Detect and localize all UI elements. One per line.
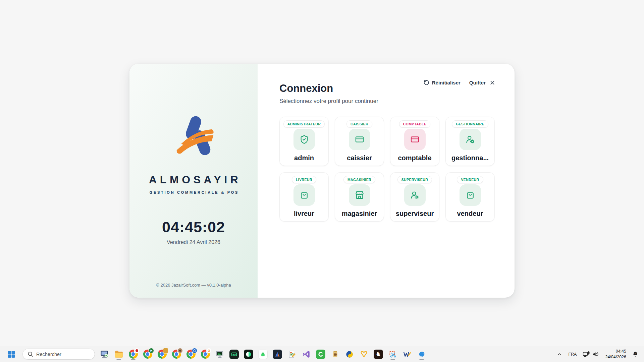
profile-role-badge: SUPERVISEUR [397,176,432,183]
snipping-tool-icon[interactable] [386,348,399,361]
reset-label: Réinitialiser [432,80,461,85]
profile-card-livreur[interactable]: LIVREURlivreur [279,172,329,222]
svg-text:z: z [635,352,636,354]
chrome-profile-badge [178,348,182,353]
profile-card-admin[interactable]: ADMINISTRATEURadmin [279,117,329,166]
profile-grid: ADMINISTRATEURadminCAISSIERcaissierCOMPT… [279,117,495,222]
windows-logo-icon [7,350,15,358]
user-gear-icon [460,129,481,150]
contrast-app-icon[interactable] [242,348,255,361]
search-icon [28,351,33,357]
tray-time: 04:45 [605,349,626,354]
profile-role-badge: CAISSIER [346,120,372,128]
profile-name: superviseur [396,210,434,218]
chrome-profile-3-icon[interactable] [155,348,169,361]
profile-role-badge: LIVREUR [292,176,316,183]
profile-card-superviseur[interactable]: SUPERVISEURsuperviseur [390,172,439,222]
clock: 04:45:02 [162,219,225,236]
page-title: Connexion [279,64,495,95]
chrome-profile-badge [135,348,139,353]
user-gear-icon [404,184,426,206]
store-icon [349,184,370,206]
header-actions: Réinitialiser Quitter [424,80,495,85]
tray-network-and-volume[interactable] [580,348,601,361]
taskbar: ♞ FRA [0,346,644,362]
profile-card-vendeur[interactable]: VENDEURvendeur [445,172,495,222]
tray-chevron-up-icon[interactable] [554,348,565,361]
running-indicator [131,359,136,360]
shield-check-icon [293,129,315,150]
profile-name: gestionna... [451,154,489,162]
profile-role-badge: GESTIONNAIRE [452,120,488,128]
tray-clock[interactable]: 04:45 24/04/2026 [603,348,629,361]
profile-name: caissier [347,154,372,162]
credit-card-icon [404,129,426,150]
close-icon[interactable] [490,80,495,85]
profile-name: admin [294,154,314,162]
mascot-app-icon[interactable] [256,348,270,361]
search-input[interactable] [36,352,87,357]
chrome-profile-1-icon[interactable] [126,348,140,361]
chrome-profile-4-icon[interactable] [170,348,183,361]
app-window: ALMOSAYIR GESTION COMMERCIALE & POS 04:4… [129,64,515,298]
elephant-app-icon[interactable] [415,348,428,361]
quit-button[interactable]: Quitter [469,80,495,85]
copyright: © 2026 JazairSoft.com — v0.1.0-alpha [156,283,231,288]
w-pencil-app-icon[interactable] [400,348,414,361]
profile-name: magasinier [342,210,377,218]
pc-status-icon[interactable] [98,348,111,361]
chrome-profile-6-icon[interactable] [199,348,212,361]
shopping-bag-icon [460,184,481,206]
reset-button[interactable]: Réinitialiser [424,80,461,85]
profile-card-gestionna[interactable]: GESTIONNAIREgestionna... [445,117,495,166]
chess-app-icon[interactable]: ♞ [372,348,385,361]
profile-role-badge: VENDEUR [457,176,483,183]
chrome-profile-badge [149,348,154,353]
system-tray: FRA 04:45 24/04/2026 [554,348,641,361]
start-button[interactable] [5,348,18,361]
page-subtitle: Sélectionnez votre profil pour continuer [279,98,495,105]
profile-role-badge: MAGASINIER [343,176,375,183]
date-label: Vendredi 24 Avril 2026 [167,239,220,245]
right-panel: Réinitialiser Quitter Connexion Sélectio… [258,64,515,298]
shopping-bag-icon [293,184,315,206]
network-icon [583,351,590,357]
almosayir-logo-icon [172,114,215,158]
swirl-app-icon[interactable] [343,348,356,361]
cassette-app-icon[interactable] [227,348,241,361]
chrome-profile-2-icon[interactable] [141,348,154,361]
profile-role-badge: COMPTABLE [399,120,430,128]
chrome-profile-badge [207,348,211,353]
left-panel: ALMOSAYIR GESTION COMMERCIALE & POS 04:4… [129,64,258,298]
jar-app-icon[interactable] [328,348,342,361]
v-app-icon[interactable] [357,348,371,361]
camtasia-icon[interactable] [314,348,327,361]
brand-tagline: GESTION COMMERCIALE & POS [148,190,239,194]
taskbar-search[interactable] [22,349,95,360]
profile-name: comptable [398,154,431,162]
profile-card-caissier[interactable]: CAISSIERcaissier [335,117,384,166]
volume-icon [593,352,599,357]
notification-bell-icon[interactable]: z [630,348,641,361]
profile-name: livreur [294,210,314,218]
tray-date: 24/04/2026 [605,354,626,360]
credit-card-icon [349,129,370,150]
visual-studio-icon[interactable] [300,348,313,361]
terminal-monitor-icon[interactable] [213,348,226,361]
running-indicator [419,359,424,360]
quit-label: Quitter [469,80,486,85]
rotate-ccw-icon [424,80,429,85]
mountain-a-app-icon[interactable] [271,348,284,361]
running-indicator [116,359,121,360]
chrome-profile-badge [192,348,197,353]
profile-card-magasinier[interactable]: MAGASINIERmagasinier [335,172,384,222]
chrome-profile-5-icon[interactable] [184,348,198,361]
file-explorer-icon[interactable] [112,348,125,361]
running-indicator [390,359,395,360]
profile-card-comptable[interactable]: COMPTABLEcomptable [390,117,439,166]
brand-name: ALMOSAYIR [146,174,241,186]
profile-role-badge: ADMINISTRATEUR [283,120,325,128]
notes-app-icon[interactable] [285,348,299,361]
tray-language[interactable]: FRA [566,348,579,361]
taskbar-apps: ♞ [98,348,429,361]
